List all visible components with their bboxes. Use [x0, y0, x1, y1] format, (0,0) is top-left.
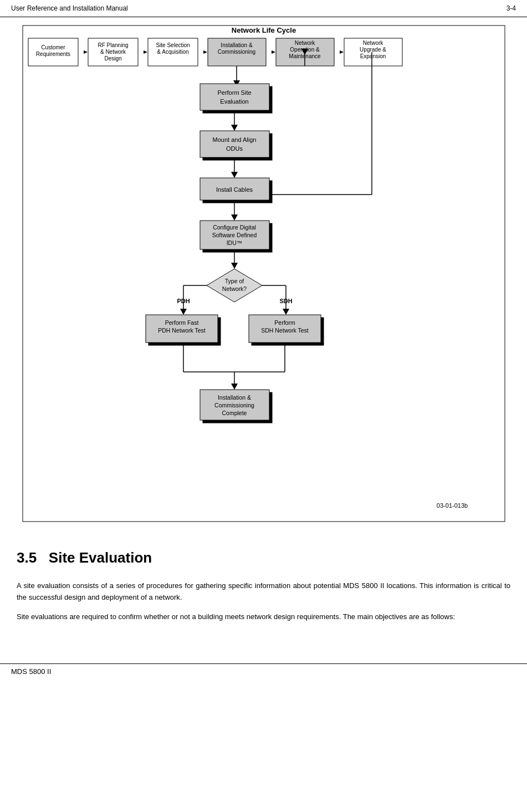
footer-product: MDS 5800 II [11, 667, 51, 676]
section-heading-container: 3.5 Site Evaluation [17, 549, 510, 566]
body-paragraph-2: Site evaluations are required to confirm… [17, 611, 510, 623]
box-complete-3: Complete [222, 410, 247, 416]
lifecycle-upgrade: Network [362, 40, 383, 46]
page-header: User Reference and Installation Manual 3… [0, 0, 527, 17]
arrow-1 [79, 50, 88, 54]
figure-number: 03-01-013b [436, 502, 467, 509]
box-pdh-2: PDH Network Test [158, 327, 206, 334]
lifecycle-requirements: Requirements [35, 51, 70, 57]
svg-rect-10 [200, 131, 269, 157]
box-sdh-2: SDH Network Test [261, 327, 309, 334]
arrowhead-pdh [180, 309, 187, 315]
lifecycle-expansion: Expansion [360, 53, 386, 59]
header-title: User Reference and Installation Manual [11, 4, 128, 12]
box-install-cables: Install Cables [216, 186, 253, 193]
arrowhead-merge [231, 384, 238, 390]
box-perform-site-eval-2: Evaluation [220, 98, 248, 105]
footer-spacer [514, 667, 516, 676]
arrowhead-down-3 [231, 172, 238, 178]
box-sdh-1: Perform [274, 319, 295, 326]
lifecycle-customer: Customer [41, 44, 65, 50]
box-configure-1: Configure Digital [213, 224, 256, 231]
arrow-5 [335, 50, 344, 54]
box-complete-2: Commissioning [214, 402, 254, 408]
lifecycle-acquisition: & Acquisition [157, 49, 188, 55]
box-complete-1: Installation & [217, 394, 250, 401]
main-content: Network Life Cycle Customer Requirements… [0, 17, 527, 641]
lifecycle-commissioning: Commissioning [217, 49, 255, 55]
diamond-text-2: Network? [222, 285, 247, 292]
arrowhead-down-5 [231, 263, 238, 269]
lifecycle-upgrade2: Upgrade & [360, 47, 386, 53]
lifecycle-site-selection: Site Selection [156, 42, 190, 48]
arrowhead-sdh [283, 309, 289, 315]
box-mount-align-2: ODUs [226, 145, 243, 152]
arrowhead-down-2 [231, 125, 238, 131]
box-pdh-1: Perform Fast [165, 319, 198, 326]
diagram-title: Network Life Cycle [231, 26, 295, 34]
arrow-3 [199, 50, 207, 54]
page-footer: MDS 5800 II [0, 663, 527, 679]
header-page-number: 3-4 [506, 4, 516, 12]
section-title: 3.5 Site Evaluation [17, 549, 152, 566]
lifecycle-rf: RF Planning [98, 42, 128, 48]
box-perform-site-eval-1: Perform Site [217, 89, 251, 96]
box-configure-2: Software Defined [212, 232, 257, 238]
lifecycle-installation: Installation & [221, 42, 253, 48]
lifecycle-network-design: & Network [100, 49, 126, 55]
svg-rect-8 [200, 84, 269, 110]
arrowhead-down-4 [231, 215, 238, 221]
flow-diagram: Network Life Cycle Customer Requirements… [20, 23, 508, 533]
lifecycle-network-op: Network [294, 40, 315, 46]
lifecycle-design: Design [104, 55, 121, 62]
diamond-text-1: Type of [224, 278, 244, 284]
body-paragraph-1: A site evaluation consists of a series o… [17, 580, 510, 604]
arrow-4 [267, 50, 275, 54]
section-title-text: Site Evaluation [49, 549, 152, 566]
arrow-2 [139, 50, 147, 54]
box-configure-3: IDU™ [226, 239, 242, 246]
section-number: 3.5 [17, 549, 37, 566]
box-mount-align-1: Mount and Align [212, 136, 256, 143]
